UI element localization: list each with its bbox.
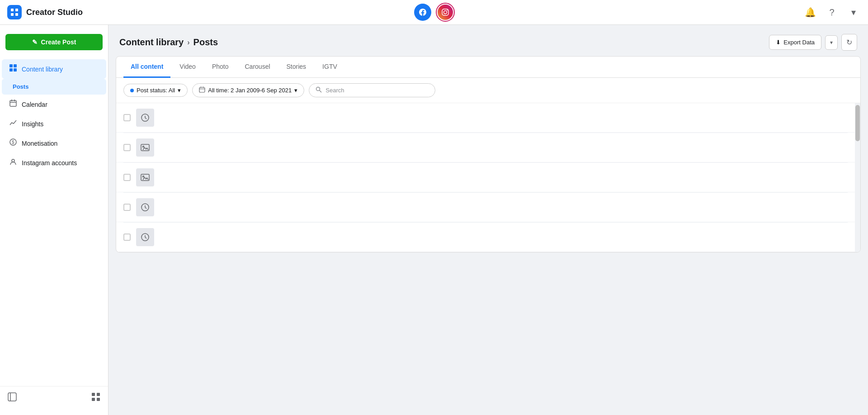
notifications-button[interactable]: 🔔	[803, 5, 817, 19]
post-checkbox[interactable]	[123, 114, 131, 121]
scrollbar-thumb[interactable]	[855, 105, 860, 141]
date-range-arrow-icon: ▾	[294, 87, 297, 94]
post-info	[160, 237, 848, 238]
post-status-filter[interactable]: Post status: All ▾	[123, 84, 188, 97]
tab-video[interactable]: Video	[172, 57, 203, 78]
svg-point-34	[143, 176, 144, 177]
post-thumbnail-icon	[136, 198, 154, 216]
svg-point-28	[316, 87, 320, 91]
app-title: Creator Studio	[26, 8, 83, 17]
platform-switcher	[414, 4, 454, 21]
content-library-label: Content library	[22, 66, 63, 73]
top-nav-actions: 🔔 ? ▾	[803, 5, 861, 19]
svg-rect-1	[15, 9, 18, 11]
sidebar-grid-icon[interactable]	[91, 392, 101, 404]
monetisation-icon: $	[9, 138, 17, 148]
content-library-icon	[9, 64, 17, 74]
create-post-icon: ✎	[32, 38, 38, 46]
post-thumbnail-icon	[136, 228, 154, 246]
svg-rect-22	[92, 398, 95, 401]
filters-bar: Post status: All ▾ All time: 2	[116, 78, 860, 103]
sidebar-item-insights[interactable]: Insights	[2, 114, 106, 134]
tab-carousel[interactable]: Carousel	[238, 57, 278, 78]
post-info	[160, 147, 848, 148]
posts-list-area	[116, 103, 855, 252]
export-label: Export Data	[783, 39, 815, 46]
create-post-label: Create Post	[41, 38, 76, 46]
search-icon	[316, 86, 322, 94]
svg-rect-0	[11, 9, 14, 11]
post-thumbnail-icon	[136, 138, 154, 157]
svg-rect-8	[14, 64, 17, 67]
export-data-button[interactable]: ⬇ Export Data	[769, 35, 821, 50]
app-logo-icon	[7, 5, 22, 19]
svg-line-29	[320, 91, 322, 93]
svg-rect-18	[8, 393, 16, 401]
post-info	[160, 207, 848, 208]
sidebar-item-instagram-accounts[interactable]: Instagram accounts	[2, 153, 106, 172]
top-nav: Creator Studio 🔔 ? ▾	[0, 0, 868, 25]
svg-point-32	[143, 146, 144, 148]
breadcrumb-parent[interactable]: Content library	[119, 37, 184, 48]
svg-point-6	[447, 10, 448, 11]
tab-all-content[interactable]: All content	[123, 57, 170, 78]
instagram-platform-icon[interactable]	[437, 4, 454, 21]
table-row	[116, 223, 855, 252]
insights-icon	[9, 119, 17, 129]
svg-text:$: $	[12, 140, 14, 145]
content-panel: All content Video Photo Carousel Stories	[116, 56, 861, 253]
search-bar[interactable]	[309, 83, 435, 97]
table-row	[116, 193, 855, 222]
post-checkbox[interactable]	[123, 174, 131, 181]
tab-igtv[interactable]: IGTV	[315, 57, 344, 78]
breadcrumb-separator: ›	[187, 38, 189, 47]
refresh-button[interactable]: ↻	[841, 34, 857, 51]
svg-rect-21	[97, 393, 100, 396]
instagram-accounts-icon	[9, 157, 17, 168]
post-status-label: Post status: All	[137, 87, 175, 94]
calendar-label: Calendar	[22, 101, 47, 108]
main-layout: ✎ Create Post Content library Posts	[0, 25, 868, 415]
post-checkbox[interactable]	[123, 144, 131, 151]
main-inner: Content library › Posts ⬇ Export Data ▾ …	[108, 25, 868, 253]
date-range-filter[interactable]: All time: 2 Jan 2009-6 Sep 2021 ▾	[192, 83, 304, 97]
date-range-label: All time: 2 Jan 2009-6 Sep 2021	[208, 87, 292, 94]
tab-stories[interactable]: Stories	[279, 57, 314, 78]
svg-rect-10	[14, 68, 17, 72]
svg-rect-7	[9, 64, 13, 67]
sidebar-collapse-icon[interactable]	[7, 392, 17, 404]
scrollbar[interactable]	[855, 103, 860, 252]
instagram-accounts-label: Instagram accounts	[22, 159, 77, 167]
main-content: Content library › Posts ⬇ Export Data ▾ …	[108, 25, 868, 415]
table-row	[116, 103, 855, 133]
sidebar-item-content-library[interactable]: Content library	[2, 59, 106, 79]
post-thumbnail-icon	[136, 168, 154, 186]
sidebar-item-posts[interactable]: Posts	[2, 79, 106, 95]
sidebar: ✎ Create Post Content library Posts	[0, 25, 108, 415]
header-actions: ⬇ Export Data ▾ ↻	[769, 34, 857, 51]
date-range-calendar-icon	[199, 86, 205, 94]
post-status-arrow-icon: ▾	[178, 87, 181, 94]
svg-rect-24	[199, 87, 205, 92]
sidebar-bottom	[0, 386, 108, 410]
sidebar-item-monetisation[interactable]: $ Monetisation	[2, 134, 106, 153]
create-post-button[interactable]: ✎ Create Post	[5, 34, 103, 50]
app-brand: Creator Studio	[7, 5, 83, 19]
post-checkbox[interactable]	[123, 234, 131, 241]
post-status-dot	[130, 89, 134, 92]
help-button[interactable]: ?	[825, 5, 839, 19]
table-row	[116, 163, 855, 192]
table-row	[116, 133, 855, 162]
svg-rect-11	[10, 100, 16, 106]
account-dropdown-button[interactable]: ▾	[846, 5, 861, 19]
svg-rect-9	[9, 68, 13, 72]
sidebar-nav: Content library Posts Calendar	[0, 57, 108, 174]
search-input[interactable]	[326, 87, 429, 94]
post-thumbnail-icon	[136, 109, 154, 127]
post-checkbox[interactable]	[123, 204, 131, 211]
sidebar-item-calendar[interactable]: Calendar	[2, 95, 106, 114]
tab-photo[interactable]: Photo	[205, 57, 236, 78]
export-dropdown-button[interactable]: ▾	[825, 35, 838, 50]
facebook-platform-icon[interactable]	[414, 4, 431, 21]
post-info	[160, 117, 848, 118]
